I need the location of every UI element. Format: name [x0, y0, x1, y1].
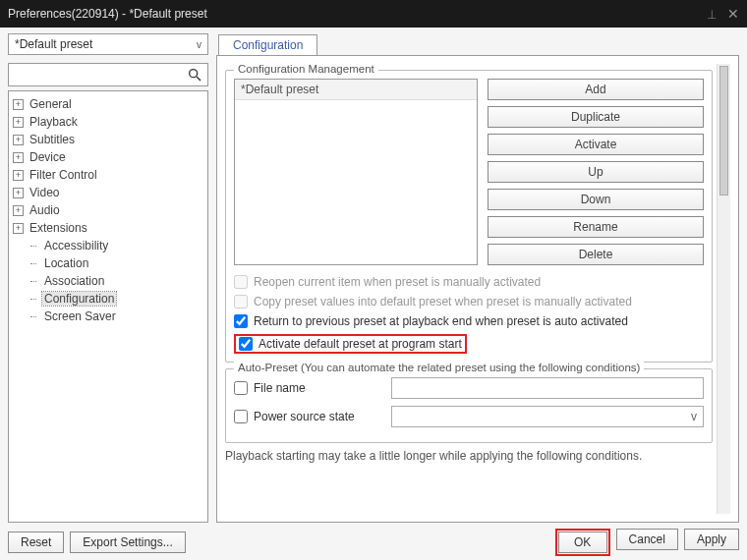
tree-item-device[interactable]: +Device	[11, 148, 205, 166]
dialog-footer: Reset Export Settings... OK Cancel Apply	[8, 523, 739, 556]
tree-item-location[interactable]: Location	[11, 254, 205, 272]
tree-item-label: Audio	[28, 203, 62, 217]
export-settings-button[interactable]: Export Settings...	[70, 532, 185, 553]
highlight-ok: OK	[555, 529, 610, 556]
duplicate-button[interactable]: Duplicate	[488, 106, 704, 128]
auto-preset-group: Auto-Preset (You can automate the relate…	[225, 368, 713, 443]
check-copy-label: Copy preset values into default preset w…	[254, 295, 632, 308]
ok-button[interactable]: OK	[558, 532, 607, 553]
check-return-label: Return to previous preset at playback en…	[254, 314, 628, 328]
tree-item-label: Configuration	[42, 292, 116, 306]
tree-item-filter-control[interactable]: +Filter Control	[11, 166, 205, 184]
config-management-legend: Configuration Management	[234, 63, 378, 75]
category-tree[interactable]: +General+Playback+Subtitles+Device+Filte…	[8, 90, 208, 523]
search-input[interactable]	[13, 68, 186, 82]
power-select[interactable]: v	[391, 406, 704, 427]
check-return[interactable]: Return to previous preset at playback en…	[234, 314, 704, 328]
check-activate-default-label: Activate default preset at program start	[259, 337, 462, 351]
search-box[interactable]	[8, 63, 208, 86]
tree-item-subtitles[interactable]: +Subtitles	[11, 131, 205, 148]
delete-button[interactable]: Delete	[488, 244, 704, 265]
add-button[interactable]: Add	[488, 79, 704, 100]
expand-icon[interactable]: +	[13, 223, 24, 234]
pin-icon[interactable]: ⟂	[708, 6, 716, 22]
check-reopen-box[interactable]	[234, 275, 248, 289]
preset-list[interactable]: *Default preset	[234, 79, 478, 265]
preset-dropdown-value: *Default preset	[15, 37, 92, 51]
tab-content: Configuration Management *Default preset…	[216, 55, 739, 523]
check-reopen[interactable]: Reopen current item when preset is manua…	[234, 275, 704, 289]
tree-item-general[interactable]: +General	[11, 95, 205, 113]
rename-button[interactable]: Rename	[488, 216, 704, 238]
tree-item-label: Association	[42, 274, 106, 288]
check-activate-default-box[interactable]	[239, 337, 253, 351]
expand-icon[interactable]: +	[13, 117, 24, 128]
scrollbar[interactable]	[717, 64, 730, 514]
check-copy-box[interactable]	[234, 295, 248, 308]
check-copy[interactable]: Copy preset values into default preset w…	[234, 295, 704, 308]
reset-button[interactable]: Reset	[8, 532, 64, 553]
tree-item-accessibility[interactable]: Accessibility	[11, 237, 205, 254]
close-icon[interactable]: ✕	[727, 6, 739, 22]
tree-item-label: Playback	[28, 115, 80, 129]
check-filename[interactable]: File name	[234, 381, 381, 395]
check-filename-label: File name	[254, 381, 306, 395]
tree-item-extensions[interactable]: +Extensions	[11, 219, 205, 237]
tree-item-association[interactable]: Association	[11, 272, 205, 290]
tree-item-label: Video	[28, 186, 61, 199]
tree-item-label: Screen Saver	[42, 309, 118, 323]
right-panel: Configuration Configuration Management *…	[216, 33, 739, 523]
titlebar: Preferences(220914) - *Default preset ⟂ …	[0, 0, 747, 28]
tree-item-label: Location	[42, 256, 90, 270]
tree-item-label: Extensions	[28, 221, 89, 235]
tree-item-playback[interactable]: +Playback	[11, 113, 205, 131]
check-power-label: Power source state	[254, 410, 355, 423]
down-button[interactable]: Down	[488, 189, 704, 210]
expand-icon[interactable]: +	[13, 152, 24, 163]
tree-item-label: Accessibility	[42, 239, 110, 252]
expand-icon[interactable]: +	[13, 188, 24, 198]
tree-item-screen-saver[interactable]: Screen Saver	[11, 308, 205, 325]
search-icon[interactable]	[186, 66, 203, 84]
chevron-down-icon: v	[691, 410, 697, 423]
check-power[interactable]: Power source state	[234, 410, 381, 423]
check-activate-default[interactable]: Activate default preset at program start	[239, 337, 462, 351]
tree-item-label: Filter Control	[28, 168, 99, 182]
svg-line-1	[197, 77, 201, 81]
auto-preset-legend: Auto-Preset (You can automate the relate…	[234, 362, 644, 373]
check-filename-box[interactable]	[234, 381, 248, 395]
left-panel: *Default preset v +General+Playback+Subt…	[8, 33, 208, 523]
tree-item-label: Device	[28, 150, 68, 164]
tree-item-audio[interactable]: +Audio	[11, 201, 205, 219]
activate-button[interactable]: Activate	[488, 134, 704, 155]
tree-item-label: General	[28, 97, 74, 111]
svg-point-0	[190, 70, 198, 78]
expand-icon[interactable]: +	[13, 205, 24, 216]
preset-dropdown[interactable]: *Default preset v	[8, 33, 208, 55]
expand-icon[interactable]: +	[13, 170, 24, 181]
check-reopen-label: Reopen current item when preset is manua…	[254, 275, 541, 289]
tree-item-label: Subtitles	[28, 133, 77, 146]
cancel-button[interactable]: Cancel	[616, 529, 678, 550]
tree-item-video[interactable]: +Video	[11, 184, 205, 201]
check-power-box[interactable]	[234, 410, 248, 423]
playback-note: Playback starting may take a little long…	[225, 449, 713, 463]
preset-list-item[interactable]: *Default preset	[235, 80, 477, 100]
expand-icon[interactable]: +	[13, 135, 24, 145]
check-return-box[interactable]	[234, 314, 248, 328]
up-button[interactable]: Up	[488, 161, 704, 183]
apply-button[interactable]: Apply	[684, 529, 739, 550]
tab-strip: Configuration	[216, 33, 739, 55]
tab-configuration[interactable]: Configuration	[218, 34, 317, 55]
config-management-group: Configuration Management *Default preset…	[225, 70, 713, 363]
highlight-activate-default: Activate default preset at program start	[234, 334, 467, 354]
window-controls: ⟂ ✕	[708, 6, 739, 22]
chevron-down-icon: v	[197, 39, 201, 50]
tree-item-configuration[interactable]: Configuration	[11, 290, 205, 308]
window-title: Preferences(220914) - *Default preset	[8, 7, 207, 21]
expand-icon[interactable]: +	[13, 99, 24, 110]
filename-input[interactable]	[391, 377, 704, 399]
